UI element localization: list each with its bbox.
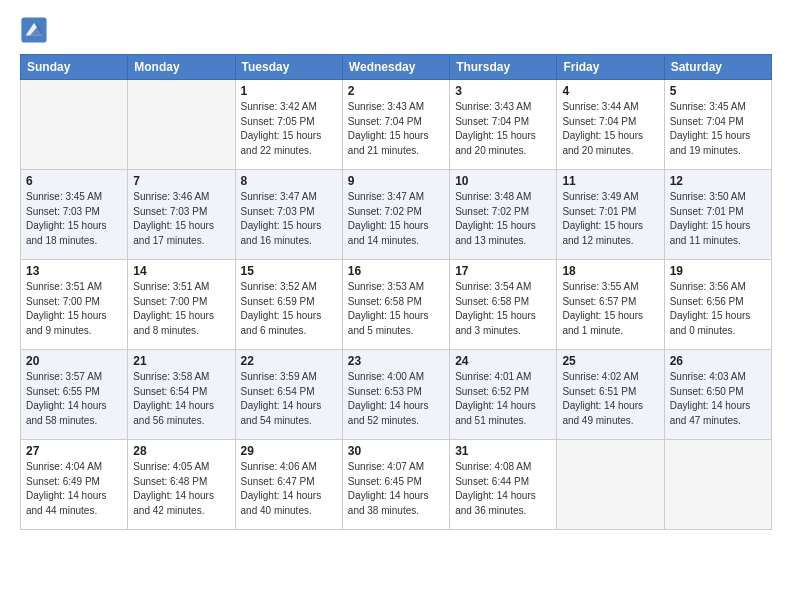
day-info: Sunrise: 3:43 AMSunset: 7:04 PMDaylight:… — [348, 100, 444, 158]
day-number: 31 — [455, 444, 551, 458]
calendar-cell: 22Sunrise: 3:59 AMSunset: 6:54 PMDayligh… — [235, 350, 342, 440]
day-info: Sunrise: 3:59 AMSunset: 6:54 PMDaylight:… — [241, 370, 337, 428]
day-info: Sunrise: 3:48 AMSunset: 7:02 PMDaylight:… — [455, 190, 551, 248]
day-number: 27 — [26, 444, 122, 458]
calendar-cell: 7Sunrise: 3:46 AMSunset: 7:03 PMDaylight… — [128, 170, 235, 260]
calendar-cell: 27Sunrise: 4:04 AMSunset: 6:49 PMDayligh… — [21, 440, 128, 530]
day-number: 19 — [670, 264, 766, 278]
calendar-cell — [128, 80, 235, 170]
day-number: 23 — [348, 354, 444, 368]
calendar-cell: 15Sunrise: 3:52 AMSunset: 6:59 PMDayligh… — [235, 260, 342, 350]
calendar-weekday-sunday: Sunday — [21, 55, 128, 80]
calendar-weekday-monday: Monday — [128, 55, 235, 80]
day-number: 30 — [348, 444, 444, 458]
calendar-cell: 18Sunrise: 3:55 AMSunset: 6:57 PMDayligh… — [557, 260, 664, 350]
day-number: 10 — [455, 174, 551, 188]
day-info: Sunrise: 4:08 AMSunset: 6:44 PMDaylight:… — [455, 460, 551, 518]
day-info: Sunrise: 4:06 AMSunset: 6:47 PMDaylight:… — [241, 460, 337, 518]
calendar-cell: 9Sunrise: 3:47 AMSunset: 7:02 PMDaylight… — [342, 170, 449, 260]
calendar-weekday-wednesday: Wednesday — [342, 55, 449, 80]
calendar-cell: 11Sunrise: 3:49 AMSunset: 7:01 PMDayligh… — [557, 170, 664, 260]
day-info: Sunrise: 3:56 AMSunset: 6:56 PMDaylight:… — [670, 280, 766, 338]
day-number: 29 — [241, 444, 337, 458]
day-info: Sunrise: 3:43 AMSunset: 7:04 PMDaylight:… — [455, 100, 551, 158]
day-number: 18 — [562, 264, 658, 278]
calendar-cell: 10Sunrise: 3:48 AMSunset: 7:02 PMDayligh… — [450, 170, 557, 260]
day-number: 17 — [455, 264, 551, 278]
calendar-cell: 17Sunrise: 3:54 AMSunset: 6:58 PMDayligh… — [450, 260, 557, 350]
calendar-cell: 24Sunrise: 4:01 AMSunset: 6:52 PMDayligh… — [450, 350, 557, 440]
day-number: 12 — [670, 174, 766, 188]
day-info: Sunrise: 4:00 AMSunset: 6:53 PMDaylight:… — [348, 370, 444, 428]
day-number: 8 — [241, 174, 337, 188]
calendar-week-row: 27Sunrise: 4:04 AMSunset: 6:49 PMDayligh… — [21, 440, 772, 530]
day-info: Sunrise: 3:58 AMSunset: 6:54 PMDaylight:… — [133, 370, 229, 428]
day-info: Sunrise: 3:44 AMSunset: 7:04 PMDaylight:… — [562, 100, 658, 158]
calendar-cell: 19Sunrise: 3:56 AMSunset: 6:56 PMDayligh… — [664, 260, 771, 350]
day-number: 2 — [348, 84, 444, 98]
calendar-weekday-tuesday: Tuesday — [235, 55, 342, 80]
calendar-cell: 12Sunrise: 3:50 AMSunset: 7:01 PMDayligh… — [664, 170, 771, 260]
day-number: 16 — [348, 264, 444, 278]
page: SundayMondayTuesdayWednesdayThursdayFrid… — [0, 0, 792, 612]
calendar-week-row: 6Sunrise: 3:45 AMSunset: 7:03 PMDaylight… — [21, 170, 772, 260]
calendar-cell: 30Sunrise: 4:07 AMSunset: 6:45 PMDayligh… — [342, 440, 449, 530]
day-info: Sunrise: 3:47 AMSunset: 7:02 PMDaylight:… — [348, 190, 444, 248]
day-number: 3 — [455, 84, 551, 98]
day-info: Sunrise: 3:57 AMSunset: 6:55 PMDaylight:… — [26, 370, 122, 428]
day-info: Sunrise: 4:07 AMSunset: 6:45 PMDaylight:… — [348, 460, 444, 518]
calendar-cell: 23Sunrise: 4:00 AMSunset: 6:53 PMDayligh… — [342, 350, 449, 440]
day-info: Sunrise: 3:46 AMSunset: 7:03 PMDaylight:… — [133, 190, 229, 248]
day-info: Sunrise: 3:45 AMSunset: 7:03 PMDaylight:… — [26, 190, 122, 248]
calendar-week-row: 20Sunrise: 3:57 AMSunset: 6:55 PMDayligh… — [21, 350, 772, 440]
day-number: 20 — [26, 354, 122, 368]
calendar-header-row: SundayMondayTuesdayWednesdayThursdayFrid… — [21, 55, 772, 80]
day-info: Sunrise: 3:51 AMSunset: 7:00 PMDaylight:… — [133, 280, 229, 338]
day-info: Sunrise: 3:47 AMSunset: 7:03 PMDaylight:… — [241, 190, 337, 248]
calendar-cell: 3Sunrise: 3:43 AMSunset: 7:04 PMDaylight… — [450, 80, 557, 170]
day-info: Sunrise: 3:54 AMSunset: 6:58 PMDaylight:… — [455, 280, 551, 338]
calendar-cell: 5Sunrise: 3:45 AMSunset: 7:04 PMDaylight… — [664, 80, 771, 170]
day-number: 15 — [241, 264, 337, 278]
day-info: Sunrise: 3:55 AMSunset: 6:57 PMDaylight:… — [562, 280, 658, 338]
day-info: Sunrise: 4:03 AMSunset: 6:50 PMDaylight:… — [670, 370, 766, 428]
calendar-cell: 29Sunrise: 4:06 AMSunset: 6:47 PMDayligh… — [235, 440, 342, 530]
calendar-cell: 21Sunrise: 3:58 AMSunset: 6:54 PMDayligh… — [128, 350, 235, 440]
day-number: 26 — [670, 354, 766, 368]
calendar-weekday-friday: Friday — [557, 55, 664, 80]
logo-icon — [20, 16, 48, 44]
day-info: Sunrise: 4:02 AMSunset: 6:51 PMDaylight:… — [562, 370, 658, 428]
day-info: Sunrise: 4:01 AMSunset: 6:52 PMDaylight:… — [455, 370, 551, 428]
calendar-cell: 6Sunrise: 3:45 AMSunset: 7:03 PMDaylight… — [21, 170, 128, 260]
day-info: Sunrise: 3:53 AMSunset: 6:58 PMDaylight:… — [348, 280, 444, 338]
day-number: 1 — [241, 84, 337, 98]
day-info: Sunrise: 3:50 AMSunset: 7:01 PMDaylight:… — [670, 190, 766, 248]
logo — [20, 16, 52, 44]
calendar-cell: 28Sunrise: 4:05 AMSunset: 6:48 PMDayligh… — [128, 440, 235, 530]
day-number: 22 — [241, 354, 337, 368]
calendar-cell — [21, 80, 128, 170]
calendar-weekday-thursday: Thursday — [450, 55, 557, 80]
calendar-cell: 8Sunrise: 3:47 AMSunset: 7:03 PMDaylight… — [235, 170, 342, 260]
day-info: Sunrise: 3:52 AMSunset: 6:59 PMDaylight:… — [241, 280, 337, 338]
day-number: 24 — [455, 354, 551, 368]
day-info: Sunrise: 4:05 AMSunset: 6:48 PMDaylight:… — [133, 460, 229, 518]
calendar-cell: 16Sunrise: 3:53 AMSunset: 6:58 PMDayligh… — [342, 260, 449, 350]
day-info: Sunrise: 4:04 AMSunset: 6:49 PMDaylight:… — [26, 460, 122, 518]
calendar-cell: 13Sunrise: 3:51 AMSunset: 7:00 PMDayligh… — [21, 260, 128, 350]
day-number: 13 — [26, 264, 122, 278]
calendar-cell: 31Sunrise: 4:08 AMSunset: 6:44 PMDayligh… — [450, 440, 557, 530]
header — [20, 16, 772, 44]
calendar-cell: 25Sunrise: 4:02 AMSunset: 6:51 PMDayligh… — [557, 350, 664, 440]
calendar-cell: 1Sunrise: 3:42 AMSunset: 7:05 PMDaylight… — [235, 80, 342, 170]
day-info: Sunrise: 3:51 AMSunset: 7:00 PMDaylight:… — [26, 280, 122, 338]
calendar-cell — [557, 440, 664, 530]
calendar-week-row: 13Sunrise: 3:51 AMSunset: 7:00 PMDayligh… — [21, 260, 772, 350]
day-number: 28 — [133, 444, 229, 458]
day-number: 7 — [133, 174, 229, 188]
day-number: 21 — [133, 354, 229, 368]
calendar-cell: 2Sunrise: 3:43 AMSunset: 7:04 PMDaylight… — [342, 80, 449, 170]
day-info: Sunrise: 3:42 AMSunset: 7:05 PMDaylight:… — [241, 100, 337, 158]
day-info: Sunrise: 3:45 AMSunset: 7:04 PMDaylight:… — [670, 100, 766, 158]
calendar-cell: 26Sunrise: 4:03 AMSunset: 6:50 PMDayligh… — [664, 350, 771, 440]
